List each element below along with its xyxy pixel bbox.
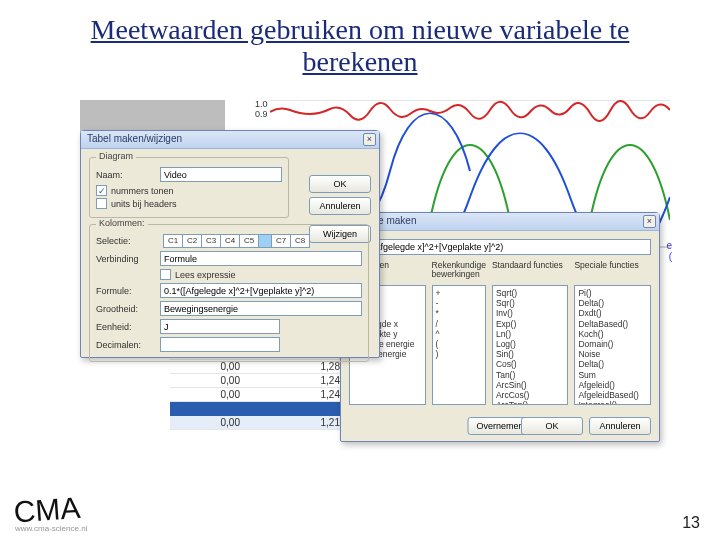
- slide-title: Meetwaarden gebruiken om nieuwe variabel…: [0, 0, 720, 84]
- list-item[interactable]: (: [436, 339, 482, 349]
- checkbox-label: units bij headers: [111, 199, 177, 209]
- list-item[interactable]: Exp(): [496, 319, 565, 329]
- dialog-titlebar[interactable]: Formule maken ×: [341, 213, 659, 231]
- list-item[interactable]: Noise: [578, 349, 647, 359]
- column-selector[interactable]: C1C2C3C4C5C7C8: [164, 234, 310, 248]
- y-tick: 0.9: [255, 110, 268, 120]
- dialog-titlebar[interactable]: Tabel maken/wijzigen ×: [81, 131, 379, 149]
- side-axis-labels: e (: [666, 240, 672, 262]
- operators-listbox[interactable]: +-*/^(): [432, 285, 486, 405]
- checkbox-label: nummers tonen: [111, 186, 174, 196]
- table-make-dialog: Tabel maken/wijzigen × OK Annuleren Wijz…: [80, 130, 380, 358]
- naam-label: Naam:: [96, 170, 154, 180]
- decimalen-input[interactable]: [160, 337, 280, 352]
- ok-button[interactable]: OK: [521, 417, 583, 435]
- column-cell[interactable]: C7: [271, 234, 291, 248]
- list-item[interactable]: Cos(): [496, 359, 565, 369]
- list-item[interactable]: Sqr(): [496, 298, 565, 308]
- list-item[interactable]: Ln(): [496, 329, 565, 339]
- formule-label: Formule:: [96, 286, 154, 296]
- cell: [170, 402, 260, 416]
- cell: 1,24: [260, 374, 350, 387]
- naam-input[interactable]: [160, 167, 282, 182]
- list-item[interactable]: ^: [436, 329, 482, 339]
- list-item[interactable]: Tan(): [496, 370, 565, 380]
- list-item[interactable]: AfgeleidBased(): [578, 390, 647, 400]
- slide-footer: CMA www.cma-science.nl 13: [14, 499, 700, 532]
- column-cell[interactable]: C8: [290, 234, 310, 248]
- list-item[interactable]: Sqrt(): [496, 288, 565, 298]
- list-item[interactable]: Koch(): [578, 329, 647, 339]
- close-icon[interactable]: ×: [643, 215, 656, 228]
- logo: CMA www.cma-science.nl: [13, 497, 88, 535]
- col-header-std: Standaard functies: [492, 261, 569, 283]
- std-functions-listbox[interactable]: Sqrt()Sqr()Inv()Exp()Ln()Log()Sin()Cos()…: [492, 285, 569, 405]
- side-label: e: [666, 240, 672, 251]
- column-cell[interactable]: [258, 234, 272, 248]
- special-functions-listbox[interactable]: Pi()Delta()Dxdt()DeltaBased()Koch()Domai…: [574, 285, 651, 405]
- decimalen-label: Decimalen:: [96, 340, 154, 350]
- stage: 1.0 0.9 e ( 0,001,24 0,001,24 0,001,24 0…: [80, 100, 670, 460]
- verbinding-label: Verbinding: [96, 254, 154, 264]
- list-item[interactable]: Sum: [578, 370, 647, 380]
- grootheid-input[interactable]: [160, 301, 362, 316]
- annuleren-button[interactable]: Annuleren: [589, 417, 651, 435]
- eenheid-input[interactable]: [160, 319, 280, 334]
- list-item[interactable]: Inv(): [496, 308, 565, 318]
- lees-expressie-checkbox[interactable]: Lees expressie: [160, 269, 362, 280]
- cell: 0,00: [170, 374, 260, 387]
- list-item[interactable]: Pi(): [578, 288, 647, 298]
- annuleren-button[interactable]: Annuleren: [309, 197, 371, 215]
- eenheid-label: Eenheid:: [96, 322, 154, 332]
- dialog-title: Tabel maken/wijzigen: [87, 133, 182, 144]
- list-item[interactable]: DeltaBased(): [578, 319, 647, 329]
- list-item[interactable]: ArcSin(): [496, 380, 565, 390]
- list-item[interactable]: Delta(): [578, 359, 647, 369]
- column-cell[interactable]: C2: [182, 234, 202, 248]
- logo-url: www.cma-science.nl: [15, 526, 87, 532]
- list-item[interactable]: -: [436, 298, 482, 308]
- nummers-tonen-checkbox[interactable]: ✓nummers tonen: [96, 185, 282, 196]
- cell: 1,24: [260, 388, 350, 401]
- cell: 0,00: [170, 388, 260, 401]
- list-item[interactable]: Afgeleid(): [578, 380, 647, 390]
- list-item[interactable]: Delta(): [578, 298, 647, 308]
- units-headers-checkbox[interactable]: units bij headers: [96, 198, 282, 209]
- list-item[interactable]: Domain(): [578, 339, 647, 349]
- col-header-special: Speciale functies: [574, 261, 651, 283]
- formule-input[interactable]: [160, 283, 362, 298]
- y-axis-ticks: 1.0 0.9: [255, 100, 268, 120]
- side-label: (: [666, 251, 672, 262]
- checkbox-label: Lees expressie: [175, 270, 236, 280]
- column-cell[interactable]: C5: [239, 234, 259, 248]
- group-title-kolommen: Kolommen:: [96, 218, 148, 228]
- page-number: 13: [682, 514, 700, 532]
- col-header-ops: Rekenkundige bewerkingen: [432, 261, 486, 283]
- list-item[interactable]: /: [436, 319, 482, 329]
- column-cell[interactable]: C4: [220, 234, 240, 248]
- formula-input[interactable]: [349, 239, 651, 255]
- list-item[interactable]: +: [436, 288, 482, 298]
- list-item[interactable]: *: [436, 308, 482, 318]
- list-item[interactable]: Sin(): [496, 349, 565, 359]
- grootheid-label: Grootheid:: [96, 304, 154, 314]
- cell: [260, 402, 350, 416]
- ok-button[interactable]: OK: [309, 175, 371, 193]
- group-title-diagram: Diagram: [96, 151, 136, 161]
- verbinding-input[interactable]: [160, 251, 362, 266]
- list-item[interactable]: ): [436, 349, 482, 359]
- list-item[interactable]: Integraal(): [578, 400, 647, 405]
- list-item[interactable]: Dxdt(): [578, 308, 647, 318]
- list-item[interactable]: Log(): [496, 339, 565, 349]
- cell: 0,00: [170, 416, 260, 429]
- formula-maker-dialog: Formule maken × Variabelen tijdP1 xP1 yA…: [340, 212, 660, 442]
- close-icon[interactable]: ×: [363, 133, 376, 146]
- selectie-label: Selectie:: [96, 236, 154, 246]
- column-cell[interactable]: C1: [163, 234, 183, 248]
- list-item[interactable]: ArcCos(): [496, 390, 565, 400]
- column-cell[interactable]: C3: [201, 234, 221, 248]
- cell: 1,21: [260, 416, 350, 429]
- list-item[interactable]: ArcTan(): [496, 400, 565, 405]
